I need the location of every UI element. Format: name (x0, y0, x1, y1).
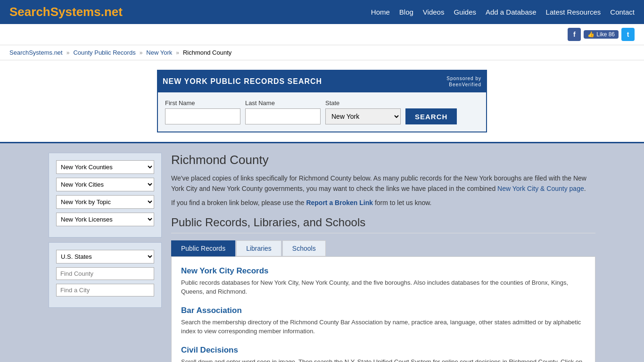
main-content: New York Counties New York Cities New Yo… (39, 143, 605, 362)
record-link[interactable]: Civil Decisions (181, 346, 238, 354)
first-name-input[interactable] (165, 108, 240, 124)
breadcrumb-current: Richmond County (183, 49, 231, 56)
nav-add-database[interactable]: Add a Database (486, 8, 537, 16)
state-field: State New York Alabama Alaska California (325, 99, 401, 124)
tab-schools[interactable]: Schools (282, 240, 326, 256)
nav-contact[interactable]: Contact (610, 8, 635, 16)
header: SearchSystems.net Home Blog Videos Guide… (0, 0, 644, 24)
twitter-icon[interactable]: t (621, 28, 635, 41)
state-select[interactable]: New York Alabama Alaska California (325, 108, 401, 124)
ny-cities-dropdown[interactable]: New York Cities (56, 178, 154, 191)
search-section: NEW YORK PUBLIC RECORDS SEARCH Sponsored… (0, 60, 644, 143)
record-item: New York City Records Public records dat… (181, 266, 586, 296)
breadcrumb: SearchSystems.net » County Public Record… (0, 45, 644, 60)
main-nav: Home Blog Videos Guides Add a Database L… (371, 8, 635, 16)
nav-latest-resources[interactable]: Latest Resources (546, 8, 601, 16)
content-area: Richmond County We've placed copies of l… (171, 153, 595, 362)
tab-libraries[interactable]: Libraries (236, 240, 281, 256)
search-box-title: NEW YORK PUBLIC RECORDS SEARCH (163, 77, 322, 86)
ny-licenses-dropdown[interactable]: New York Licenses (56, 213, 154, 226)
ny-topic-dropdown[interactable]: New York by Topic (56, 195, 154, 209)
record-description: Scroll down and enter word seen in image… (181, 357, 586, 362)
breadcrumb-county-records[interactable]: County Public Records (73, 49, 135, 56)
nav-videos[interactable]: Videos (423, 8, 445, 16)
nav-guides[interactable]: Guides (454, 8, 476, 16)
record-item: Civil Decisions Scroll down and enter wo… (181, 346, 586, 362)
facebook-icon[interactable]: f (568, 28, 581, 41)
report-broken-link[interactable]: Report a Broken Link (306, 199, 373, 206)
like-count: Like 86 (596, 31, 615, 38)
tab-public-records[interactable]: Public Records (171, 240, 235, 256)
nav-home[interactable]: Home (371, 8, 390, 16)
intro-paragraph-1: We've placed copies of links specificall… (171, 173, 595, 194)
tabs: Public Records Libraries Schools (171, 240, 595, 256)
breadcrumb-arrow-2: » (140, 49, 143, 56)
record-description: Public records databases for New York Ci… (181, 278, 586, 296)
last-name-label: Last Name (245, 99, 321, 107)
find-city-input[interactable] (56, 284, 154, 296)
breadcrumb-home[interactable]: SearchSystems.net (9, 49, 63, 56)
last-name-input[interactable] (245, 108, 321, 124)
sidebar-us-section: U.S. States (49, 242, 162, 308)
facebook-like-button[interactable]: 👍 Like 86 (584, 30, 619, 39)
search-button[interactable]: SEARCH (405, 108, 457, 124)
breadcrumb-arrow-3: » (176, 49, 179, 56)
page-title: Richmond County (171, 153, 595, 167)
first-name-field: First Name (165, 99, 240, 124)
record-title: Civil Decisions (181, 346, 586, 355)
record-link[interactable]: New York City Records (181, 266, 269, 275)
record-title: New York City Records (181, 266, 586, 276)
search-box: NEW YORK PUBLIC RECORDS SEARCH Sponsored… (157, 70, 487, 132)
broken-link-paragraph: If you find a broken link below, please … (171, 199, 595, 206)
search-box-header: NEW YORK PUBLIC RECORDS SEARCH Sponsored… (158, 71, 486, 92)
section-title: Public Records, Libraries, and Schools (171, 216, 595, 233)
breadcrumb-new-york[interactable]: New York (146, 49, 172, 56)
record-link[interactable]: Bar Association (181, 306, 242, 315)
find-county-input[interactable] (56, 267, 154, 280)
sidebar: New York Counties New York Cities New Yo… (49, 153, 162, 362)
like-icon: 👍 (587, 31, 594, 38)
first-name-label: First Name (165, 99, 240, 107)
ny-counties-dropdown[interactable]: New York Counties (56, 160, 154, 174)
logo-tld: .net (101, 5, 123, 19)
last-name-field: Last Name (245, 99, 321, 124)
record-item: Bar Association Search the membership di… (181, 306, 586, 336)
us-states-dropdown[interactable]: U.S. States (56, 250, 154, 263)
record-title: Bar Association (181, 306, 586, 315)
search-box-body: First Name Last Name State New York Alab… (158, 92, 486, 132)
nyc-county-link[interactable]: New York City & County page (497, 185, 584, 192)
sponsored-label: Sponsored by BeenVerified (446, 75, 481, 88)
record-description: Search the membership directory of the R… (181, 318, 586, 336)
state-label: State (325, 99, 401, 107)
records-panel: New York City Records Public records dat… (171, 256, 595, 362)
sidebar-ny-section: New York Counties New York Cities New Yo… (49, 153, 162, 238)
social-bar: f 👍 Like 86 t (0, 24, 644, 45)
nav-blog[interactable]: Blog (399, 8, 413, 16)
logo-text: SearchSystems (9, 5, 101, 19)
site-logo[interactable]: SearchSystems.net (9, 5, 123, 19)
breadcrumb-arrow-1: » (66, 49, 70, 56)
